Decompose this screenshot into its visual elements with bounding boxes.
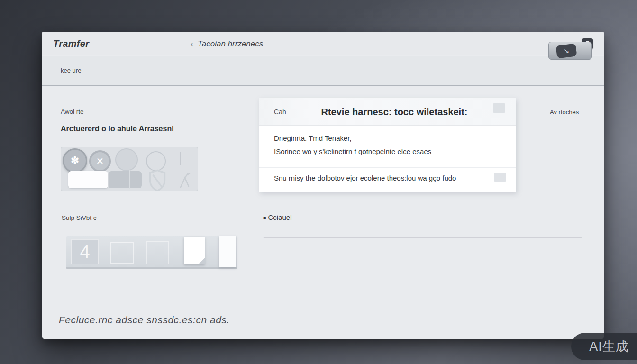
bullet-icon: ● [263, 214, 266, 221]
card-body-line: ISorinee wo y s'kelinetirn f gotnepelnte… [274, 147, 431, 155]
horizontal-rule [264, 237, 582, 237]
card-footer-checkbox[interactable] [494, 173, 506, 182]
icon-tray: ✽ ✕ [61, 147, 198, 191]
thumbnail-strip: 4 [66, 236, 237, 269]
left-panel-heading: Arctuererd o lo ahule Arrasesnl [61, 125, 174, 133]
thumbnail-frame[interactable] [146, 241, 169, 264]
sketch-button[interactable] [68, 171, 108, 188]
card-footer-line: Snu rnisy the dolbotov ejor ecolene theo… [274, 174, 482, 182]
signature-icon [177, 170, 193, 192]
card-header: Cah Rtevie harnesc: tocc wiletaskeit: [259, 98, 516, 126]
shield-off-icon[interactable] [147, 169, 167, 193]
secondary-pill-button[interactable] [109, 171, 142, 188]
status-label: Cciauel [268, 213, 291, 221]
card-divider [259, 167, 516, 168]
toolbar: kee ure [42, 56, 604, 86]
footer-note: Fecluce.rnc adsce snssdc.es:cn ads. [59, 314, 230, 326]
desktop-background: Tramfer ‹Tacoian hrrzenecs F kee ure ↘ A… [0, 0, 637, 364]
toolbar-action-icon: ↘ [556, 44, 577, 59]
blank-page-icon[interactable] [219, 236, 236, 267]
card-header-checkbox[interactable] [493, 103, 505, 113]
ai-watermark: AI生成 [571, 333, 637, 360]
status-row[interactable]: ●Cciauel [263, 213, 292, 221]
card-body-line: Dneginrta. Tmd Tenaker, [274, 134, 352, 142]
breadcrumb[interactable]: ‹Tacoian hrrzenecs [191, 32, 263, 55]
app-window: Tramfer ‹Tacoian hrrzenecs F kee ure ↘ A… [42, 32, 604, 339]
left-section-label: Awol rte [61, 108, 84, 115]
blank-circle-button[interactable] [115, 148, 138, 171]
card-header-label: Cah [274, 98, 286, 126]
back-chevron-icon[interactable]: ‹ [191, 40, 193, 48]
review-card: Cah Rtevie harnesc: tocc wiletaskeit: Dn… [259, 98, 516, 192]
outline-circle-button[interactable] [146, 151, 166, 171]
toolbar-label: kee ure [61, 56, 81, 85]
tray-divider [180, 152, 181, 165]
breadcrumb-label[interactable]: Tacoian hrrzenecs [198, 39, 263, 48]
paw-icon-button[interactable]: ✽ [63, 148, 87, 173]
thumbnail-frame[interactable] [110, 242, 134, 264]
close-icon-button[interactable]: ✕ [89, 150, 111, 172]
left-section2-label: Sulp SiVbt c [62, 214, 97, 221]
pill-divider [129, 170, 130, 189]
toolbar-action-button[interactable]: ↘ [548, 42, 592, 60]
title-bar: Tramfer ‹Tacoian hrrzenecs F [42, 32, 604, 55]
right-panel-label: Av rtoches [550, 109, 579, 116]
app-title: Tramfer [53, 32, 89, 55]
document-page-icon[interactable] [184, 237, 205, 264]
thumbnail-number[interactable]: 4 [71, 239, 99, 264]
card-title: Rtevie harnesc: tocc wiletaskeit: [301, 98, 487, 126]
